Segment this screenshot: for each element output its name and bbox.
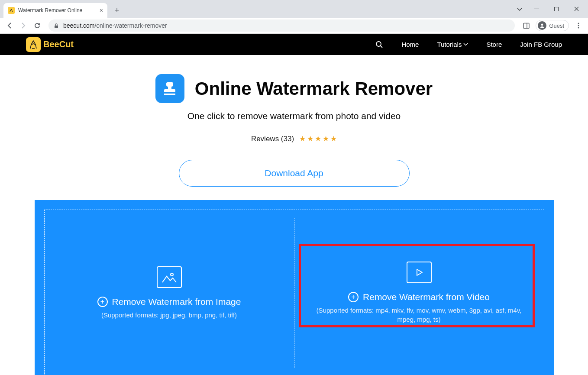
avatar-icon	[538, 21, 546, 30]
star-icon: ★	[307, 134, 313, 143]
tab-title: Watermark Remover Online	[18, 7, 82, 13]
svg-point-6	[578, 23, 579, 24]
video-icon	[407, 262, 432, 283]
svg-point-5	[541, 24, 543, 26]
forward-button[interactable]	[17, 19, 29, 32]
star-icon: ★	[315, 134, 321, 143]
upload-video-zone[interactable]: + Remove Watermark from Video (Supported…	[294, 210, 544, 375]
upload-section: + Remove Watermark from Image (Supported…	[35, 200, 554, 375]
search-icon[interactable]	[375, 41, 383, 48]
url-text: beecut.com/online-watermark-remover	[63, 22, 167, 29]
upload-video-label: Remove Watermark from Video	[363, 292, 490, 302]
address-bar[interactable]: beecut.com/online-watermark-remover	[48, 19, 515, 32]
chevron-down-icon	[463, 43, 468, 46]
browser-tab[interactable]: Watermark Remover Online ×	[3, 3, 107, 18]
site-header: BeeCut Home Tutorials Store Join FB Grou…	[0, 34, 588, 55]
star-icon: ★	[323, 134, 329, 143]
download-app-button[interactable]: Download App	[179, 160, 410, 187]
plus-icon: +	[97, 297, 108, 307]
svg-rect-2	[55, 26, 58, 28]
logo-text: BeeCut	[43, 39, 74, 49]
tab-close-button[interactable]: ×	[100, 7, 103, 14]
page-title: Online Watermark Remover	[195, 78, 433, 99]
tab-search-icon[interactable]	[513, 7, 527, 11]
svg-line-10	[381, 46, 382, 48]
back-button[interactable]	[3, 19, 16, 32]
site-logo[interactable]: BeeCut	[26, 37, 74, 52]
page-subtitle: One click to remove watermark from photo…	[0, 111, 588, 121]
svg-point-9	[376, 42, 381, 46]
new-tab-button[interactable]: +	[111, 4, 123, 16]
browser-toolbar: beecut.com/online-watermark-remover Gues…	[0, 18, 588, 34]
svg-point-8	[578, 27, 579, 29]
browser-menu-button[interactable]	[572, 19, 585, 32]
minimize-button[interactable]	[527, 3, 546, 16]
nav-store[interactable]: Store	[486, 41, 502, 48]
browser-tab-strip: Watermark Remover Online × +	[0, 0, 588, 18]
star-icon: ★	[299, 134, 306, 143]
nav-home[interactable]: Home	[401, 41, 419, 48]
lock-icon	[54, 23, 59, 29]
star-icon: ★	[330, 134, 337, 143]
svg-rect-3	[523, 23, 529, 28]
maximize-button[interactable]	[546, 3, 566, 16]
nav-tutorials[interactable]: Tutorials	[437, 41, 468, 48]
star-rating: ★ ★ ★ ★ ★	[299, 134, 337, 143]
logo-icon	[26, 37, 41, 52]
close-window-button[interactable]	[566, 3, 586, 16]
reload-button[interactable]	[31, 19, 43, 32]
reviews-row[interactable]: Reviews (33) ★ ★ ★ ★ ★	[0, 134, 588, 143]
hero-section: Online Watermark Remover One click to re…	[0, 55, 588, 187]
reviews-label: Reviews (33)	[251, 135, 294, 143]
profile-button[interactable]: Guest	[536, 20, 569, 31]
plus-icon: +	[348, 292, 359, 302]
upload-image-label: Remove Watermark from Image	[112, 297, 241, 307]
tab-favicon	[8, 7, 15, 14]
image-formats: (Supported formats: jpg, jpeg, bmp, png,…	[101, 310, 237, 320]
image-icon	[157, 266, 182, 288]
stamp-icon	[155, 74, 184, 103]
svg-rect-0	[534, 9, 539, 9]
upload-image-zone[interactable]: + Remove Watermark from Image (Supported…	[45, 210, 294, 375]
profile-label: Guest	[549, 23, 564, 29]
video-formats: (Supported formats: mp4, mkv, flv, mov, …	[309, 306, 530, 324]
svg-rect-1	[555, 7, 559, 11]
svg-point-7	[578, 25, 579, 26]
nav-join-group[interactable]: Join FB Group	[520, 41, 562, 48]
svg-point-11	[171, 273, 173, 276]
side-panel-button[interactable]	[520, 19, 532, 32]
